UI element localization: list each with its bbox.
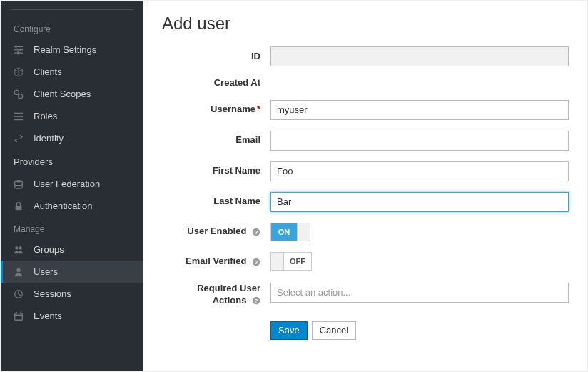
section-title-manage: Manage <box>1 217 143 238</box>
gears-icon <box>14 89 24 99</box>
sliders-icon <box>14 45 24 55</box>
sidebar-item-label: Realm Settings <box>34 44 96 55</box>
sidebar-item-label: Authentication <box>34 201 92 211</box>
sidebar-item-label: Roles <box>34 111 57 121</box>
svg-text:?: ? <box>255 298 258 304</box>
section-title-configure: Configure <box>1 17 143 39</box>
label-required-actions: Required User Actions ? <box>162 283 270 307</box>
help-icon[interactable]: ? <box>252 296 260 305</box>
label-username: Username* <box>162 104 270 116</box>
help-icon[interactable]: ? <box>252 258 260 266</box>
svg-rect-4 <box>20 48 21 51</box>
clock-icon <box>14 289 24 299</box>
sidebar-item-roles[interactable]: Roles <box>1 105 143 127</box>
last-name-field[interactable] <box>270 192 569 212</box>
svg-point-13 <box>15 246 18 249</box>
label-last-name: Last Name <box>162 196 270 208</box>
database-icon <box>14 179 24 189</box>
lock-icon <box>14 201 24 211</box>
page-title: Add user <box>162 14 569 34</box>
sidebar-item-user-federation[interactable]: User Federation <box>1 173 143 195</box>
svg-point-6 <box>14 90 19 94</box>
sidebar-item-groups[interactable]: Groups <box>1 238 143 261</box>
label-created-at: Created At <box>162 77 270 89</box>
svg-point-11 <box>15 179 23 182</box>
list-icon <box>14 111 24 121</box>
sidebar-item-events[interactable]: Events <box>1 305 143 327</box>
sidebar-item-label: Users <box>34 266 58 277</box>
user-enabled-toggle[interactable]: ON <box>270 223 310 241</box>
group-icon <box>14 245 24 255</box>
svg-rect-17 <box>15 313 23 320</box>
sidebar-item-label: Groups <box>34 244 64 255</box>
sidebar-item-label: Identity <box>34 133 64 144</box>
toggle-on-label: ON <box>271 223 297 241</box>
main-content: Add user ID Created At Username* Email F… <box>143 1 587 371</box>
sidebar-item-label: User Federation <box>34 179 100 189</box>
sidebar-item-authentication[interactable]: Authentication <box>1 195 143 217</box>
svg-rect-1 <box>14 49 23 50</box>
svg-rect-5 <box>17 51 19 54</box>
sidebar-item-identity-providers[interactable]: Identity Providers <box>1 127 143 173</box>
sidebar-item-clients[interactable]: Clients <box>1 61 143 83</box>
sidebar-item-users[interactable]: Users <box>1 261 143 283</box>
sidebar-item-label: Events <box>34 311 62 321</box>
sidebar: Configure Realm Settings Clients Client … <box>1 1 143 371</box>
sidebar-item-label: Client Scopes <box>34 89 91 99</box>
id-field <box>270 46 569 66</box>
sidebar-item-client-scopes[interactable]: Client Scopes <box>1 83 143 105</box>
sidebar-item-sessions[interactable]: Sessions <box>1 283 143 305</box>
label-email: Email <box>162 134 270 146</box>
label-id: ID <box>162 51 270 63</box>
label-email-verified: Email Verified ? <box>162 256 270 268</box>
sidebar-item-sublabel: Providers <box>14 156 131 167</box>
svg-text:?: ? <box>255 259 258 266</box>
username-field[interactable] <box>270 100 569 120</box>
svg-text:?: ? <box>255 229 258 236</box>
help-icon[interactable]: ? <box>252 228 260 236</box>
cube-icon <box>14 67 24 77</box>
sidebar-divider <box>11 9 133 10</box>
sidebar-item-label: Sessions <box>34 288 71 299</box>
cancel-button[interactable]: Cancel <box>312 321 356 340</box>
required-actions-select[interactable]: Select an action... <box>270 283 569 303</box>
svg-point-14 <box>19 246 21 249</box>
first-name-field[interactable] <box>270 161 569 181</box>
label-user-enabled: User Enabled ? <box>162 226 270 238</box>
label-first-name: First Name <box>162 165 270 177</box>
svg-rect-3 <box>16 45 17 48</box>
exchange-icon <box>14 134 24 144</box>
toggle-off-label: OFF <box>284 253 311 270</box>
sidebar-item-label: Clients <box>34 66 62 77</box>
svg-point-15 <box>16 268 20 271</box>
email-field[interactable] <box>270 131 569 151</box>
sidebar-item-realm-settings[interactable]: Realm Settings <box>1 39 143 61</box>
svg-rect-8 <box>14 112 23 114</box>
calendar-icon <box>14 311 24 321</box>
svg-rect-10 <box>14 119 23 120</box>
svg-point-7 <box>19 94 23 98</box>
svg-rect-12 <box>16 206 22 210</box>
email-verified-toggle[interactable]: OFF <box>270 252 312 271</box>
user-icon <box>14 267 24 277</box>
svg-rect-9 <box>14 116 23 117</box>
save-button[interactable]: Save <box>270 321 308 340</box>
